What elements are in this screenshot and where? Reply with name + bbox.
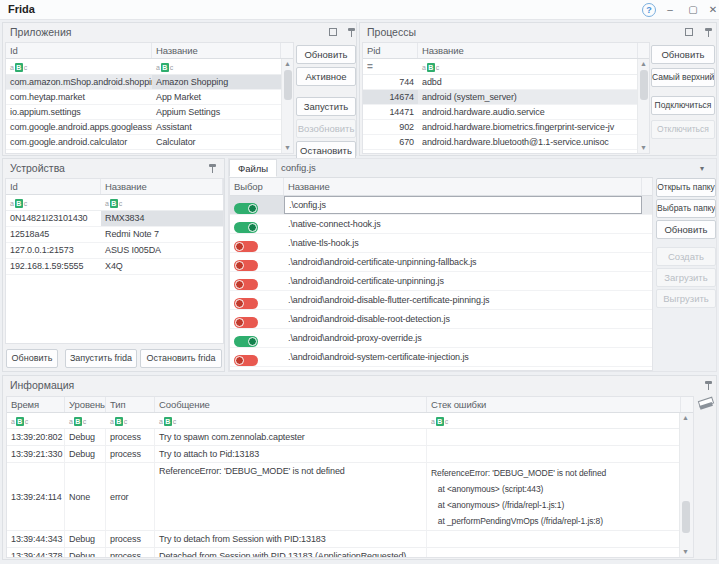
- file-row[interactable]: .\android\android-disable-root-detection…: [230, 310, 652, 329]
- app-row[interactable]: io.appium.settings Appium Settings: [6, 105, 293, 120]
- app-row[interactable]: com.heytap.market App Market: [6, 90, 293, 105]
- toggle-on[interactable]: [234, 336, 258, 347]
- text-filter-icon[interactable]: aBc: [105, 199, 122, 208]
- column-header-level[interactable]: Уровень: [65, 397, 106, 412]
- vertical-scrollbar[interactable]: ▲ ▼: [679, 413, 693, 557]
- scroll-up-icon[interactable]: ▲: [282, 59, 293, 69]
- help-icon[interactable]: ?: [642, 3, 656, 17]
- device-row[interactable]: 0N14821I23101430 RMX3834: [6, 211, 223, 227]
- text-filter-icon[interactable]: aBc: [10, 63, 27, 72]
- column-header-message[interactable]: Сообщение: [155, 397, 427, 412]
- unload-button[interactable]: Выгрузить: [656, 289, 716, 308]
- panel-pin-icon[interactable]: [704, 27, 713, 38]
- create-button[interactable]: Создать: [656, 247, 716, 266]
- panel-pin-icon[interactable]: [347, 27, 356, 38]
- file-row[interactable]: .\android\android-system-certificate-inj…: [230, 348, 652, 367]
- text-filter-icon[interactable]: aBc: [110, 417, 127, 426]
- process-row[interactable]: 744 adbd: [363, 75, 649, 90]
- devices-stop-frida-button[interactable]: Остановить frida: [140, 349, 222, 368]
- column-header-name[interactable]: Название: [152, 43, 281, 58]
- scrollbar-thumb[interactable]: [640, 70, 648, 100]
- toggle-off[interactable]: [234, 241, 258, 252]
- file-row[interactable]: .\android\android-certificate-unpinning.…: [230, 272, 652, 291]
- column-header-id[interactable]: Id: [6, 43, 152, 58]
- devices-refresh-button[interactable]: Обновить: [6, 349, 58, 368]
- devices-filter-row[interactable]: aBc aBc: [6, 195, 223, 211]
- scroll-up-icon[interactable]: ▲: [680, 413, 691, 423]
- file-row[interactable]: .\config.js: [230, 196, 652, 215]
- app-row[interactable]: com.amazon.mShop.android.shopping Amazon…: [6, 75, 293, 90]
- scrollbar-thumb[interactable]: [284, 70, 292, 100]
- process-row[interactable]: 671 android.hardware.camera.provider@2.4…: [363, 150, 649, 154]
- text-filter-icon[interactable]: aBc: [422, 63, 439, 72]
- vertical-scrollbar[interactable]: ▲ ▼: [281, 59, 293, 153]
- apps-launch-button[interactable]: Запустить: [296, 97, 356, 116]
- apps-resume-button[interactable]: Возобновить: [296, 119, 356, 138]
- text-filter-icon[interactable]: aBc: [159, 417, 176, 426]
- devices-start-frida-button[interactable]: Запустить frida: [65, 349, 137, 368]
- text-filter-icon[interactable]: aBc: [431, 417, 448, 426]
- device-row[interactable]: 12518a45 Redmi Note 7: [6, 227, 223, 243]
- log-row[interactable]: 13:39:44:378 Debug process Detached from…: [7, 548, 693, 558]
- tab-files[interactable]: Файлы: [229, 159, 277, 177]
- device-row[interactable]: 127.0.0.1:21573 ASUS I005DA: [6, 243, 223, 259]
- toggle-off[interactable]: [234, 317, 258, 328]
- file-row[interactable]: .\native-tls-hook.js: [230, 234, 652, 253]
- toggle-off[interactable]: [234, 298, 258, 309]
- column-header-name[interactable]: Название: [284, 178, 642, 195]
- scrollbar-thumb[interactable]: [682, 501, 690, 533]
- column-header-pid[interactable]: Pid: [363, 43, 418, 58]
- vertical-scrollbar[interactable]: ▲ ▼: [637, 59, 649, 153]
- process-row[interactable]: 670 android.hardware.bluetooth@1.1-servi…: [363, 135, 649, 150]
- files-refresh-button[interactable]: Обновить: [656, 220, 716, 239]
- text-filter-icon[interactable]: aBc: [156, 63, 173, 72]
- log-row-error[interactable]: 13:39:24:114 None error ReferenceError: …: [7, 463, 693, 531]
- file-row[interactable]: .\android\android-disable-flutter-certif…: [230, 291, 652, 310]
- open-folder-button[interactable]: Открыть папку: [656, 178, 716, 197]
- processes-topmost-button[interactable]: Самый верхний: [651, 68, 715, 87]
- processes-disconnect-button[interactable]: Отключиться: [651, 120, 715, 139]
- column-header-stack[interactable]: Стек ошибки: [427, 397, 681, 412]
- apps-refresh-button[interactable]: Обновить: [296, 45, 356, 64]
- log-row[interactable]: 13:39:20:802 Debug process Try to spawn …: [7, 429, 693, 446]
- maximize-icon[interactable]: ▢: [686, 3, 700, 17]
- column-header-type[interactable]: Тип: [106, 397, 155, 412]
- panel-pin-icon[interactable]: [208, 163, 217, 174]
- processes-refresh-button[interactable]: Обновить: [651, 45, 715, 64]
- processes-connect-button[interactable]: Подключиться: [651, 96, 715, 115]
- log-row[interactable]: 13:39:44:343 Debug process Try to detach…: [7, 531, 693, 548]
- column-header-time[interactable]: Время: [7, 397, 65, 412]
- text-filter-icon[interactable]: aBc: [69, 417, 86, 426]
- text-filter-icon[interactable]: aBc: [11, 417, 28, 426]
- equals-filter-icon[interactable]: =: [367, 61, 373, 72]
- device-row[interactable]: 192.168.1.59:5555 X4Q: [6, 259, 223, 275]
- app-row[interactable]: com.google.android.apps.googleassistant …: [6, 120, 293, 135]
- scroll-up-icon[interactable]: ▲: [638, 59, 649, 69]
- choose-folder-button[interactable]: Выбрать папку: [656, 199, 716, 218]
- toggle-off[interactable]: [234, 355, 258, 366]
- process-row[interactable]: 902 android.hardware.biometrics.fingerpr…: [363, 120, 649, 135]
- column-header-name[interactable]: Название: [101, 179, 223, 194]
- toggle-off[interactable]: [234, 279, 258, 290]
- file-row[interactable]: .\android\android-certificate-unpinning-…: [230, 253, 652, 272]
- toggle-off[interactable]: [234, 260, 258, 271]
- scroll-down-icon[interactable]: ▼: [680, 547, 691, 557]
- minimize-icon[interactable]: –: [663, 3, 677, 17]
- column-header-name[interactable]: Название: [418, 43, 638, 58]
- log-row[interactable]: 13:39:21:330 Debug process Try to attach…: [7, 446, 693, 463]
- processes-filter-row[interactable]: = aBc: [363, 59, 649, 75]
- apps-active-button[interactable]: Активное: [296, 67, 356, 86]
- panel-maximize-icon[interactable]: [685, 28, 693, 36]
- text-filter-icon[interactable]: aBc: [10, 199, 27, 208]
- applications-filter-row[interactable]: aBc aBc: [6, 59, 293, 75]
- file-row[interactable]: .\android\android-proxy-override.js: [230, 329, 652, 348]
- log-filter-row[interactable]: aBc aBc aBc aBc aBc: [7, 413, 693, 429]
- chevron-down-icon[interactable]: ▾: [700, 164, 704, 173]
- column-header-select[interactable]: Выбор: [230, 178, 284, 195]
- app-row[interactable]: com.google.android.calculator Calculator: [6, 135, 293, 150]
- panel-maximize-icon[interactable]: [329, 28, 337, 36]
- toggle-on[interactable]: [234, 222, 258, 233]
- column-header-id[interactable]: Id: [6, 179, 101, 194]
- close-icon[interactable]: ✕: [706, 3, 719, 17]
- panel-pin-icon[interactable]: [704, 380, 713, 391]
